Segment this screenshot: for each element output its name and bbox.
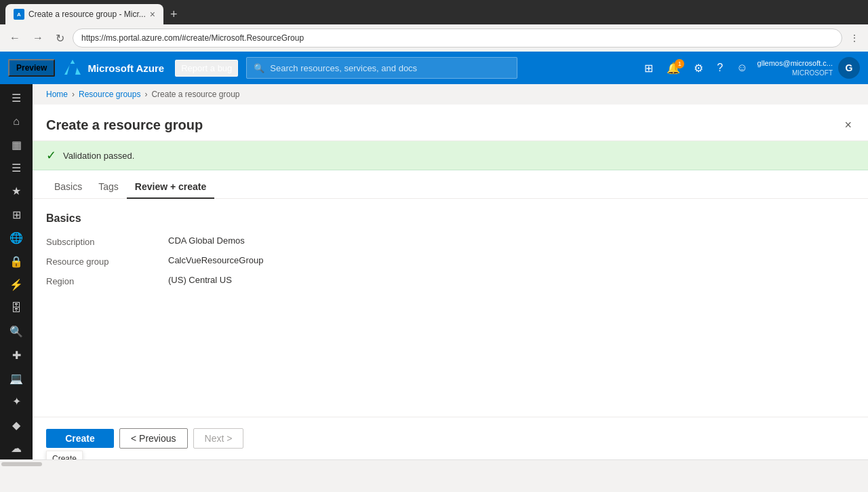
add-icon: ✚ [12,349,21,362]
settings-button[interactable]: ⚙ [690,59,707,77]
home-icon: ⌂ [13,115,20,128]
browser-tab[interactable]: A Create a resource group - Micr... × [5,4,163,24]
sidebar-item-add[interactable]: ✚ [0,344,33,366]
section-title: Basics [46,212,854,225]
browser-extensions: ⋮ [846,30,863,46]
panel-footer: Create Create < Previous Next > [33,417,868,459]
resource-group-value: CalcVueResourceGroup [168,255,263,265]
tab-close-button[interactable]: × [150,9,155,20]
scrollbar-thumb[interactable] [1,462,42,466]
preview-button[interactable]: Preview [8,59,55,77]
subscription-value: CDA Global Demos [168,235,245,246]
global-search[interactable]: 🔍 Search resources, services, and docs [246,57,517,79]
sidebar-item-lock[interactable]: 🔒 [0,250,33,272]
browser-tab-bar: A Create a resource group - Micr... × + [0,0,868,24]
diamond-icon: ◆ [12,419,20,432]
search-placeholder: Search resources, services, and docs [270,63,417,73]
create-tooltip: Create [46,451,83,459]
address-bar[interactable] [73,29,842,48]
sidebar-item-cloud[interactable]: ☁ [0,438,33,459]
allservices-icon: ☰ [12,162,21,174]
user-org: MICROSOFT [757,69,833,77]
user-name: gllemos@microsoft.c... [757,58,833,68]
sidebar-item-allservices[interactable]: ☰ [0,157,33,178]
user-avatar: G [838,57,860,79]
sidebar-item-diamond[interactable]: ◆ [0,414,33,436]
sidebar-item-home[interactable]: ⌂ [0,110,33,132]
monitor-icon: 💻 [9,372,23,385]
tab-title: Create a resource group - Micr... [28,10,146,19]
lightning-icon: ⚡ [9,278,23,291]
star-icon: ✦ [12,395,21,408]
browser-nav: ← → ↻ ⋮ [0,24,868,52]
panel-close-button[interactable]: × [842,115,854,135]
sidebar-item-search[interactable]: 🔍 [0,320,33,342]
sidebar-item-star[interactable]: ✦ [0,391,33,413]
form-content: Basics Subscription CDA Global Demos Res… [33,199,868,417]
azure-portal: Preview Microsoft Azure Report a bug 🔍 S… [0,52,868,468]
search2-icon: 🔍 [9,325,23,338]
user-account[interactable]: gllemos@microsoft.c... MICROSOFT G [757,57,860,79]
sidebar-expand[interactable]: ☰ [0,87,33,109]
validation-icon: ✓ [46,148,56,163]
breadcrumb-resource-groups[interactable]: Resource groups [79,90,140,99]
wizard-tabs: Basics Tags Review + create [33,176,868,199]
sidebar-item-monitor[interactable]: 💻 [0,367,33,389]
db-icon: 🗄 [11,302,22,314]
breadcrumb-home[interactable]: Home [46,90,68,99]
forward-button[interactable]: → [28,29,47,47]
topbar-right: ⊞ 🔔 1 ⚙ ? ☺ gllemos@microsoft.c... MICRO… [640,57,860,79]
region-value: (US) Central US [168,275,232,285]
sidebar: ☰ ⌂ ▦ ☰ ★ ⊞ 🌐 🔒 ⚡ [0,84,33,459]
help-button[interactable]: ? [713,59,727,77]
hamburger-icon: ☰ [12,92,21,105]
bottom-scrollbar [0,459,868,468]
field-region: Region (US) Central US [46,275,854,286]
topbar: Preview Microsoft Azure Report a bug 🔍 S… [0,52,868,84]
grid-icon: ⊞ [12,208,21,221]
search-icon: 🔍 [254,63,264,73]
breadcrumb-current: Create a resource group [151,90,239,99]
previous-button[interactable]: < Previous [119,428,188,449]
feedback-button[interactable]: ☺ [732,59,751,77]
sidebar-item-lightning[interactable]: ⚡ [0,274,33,296]
region-label: Region [46,275,168,286]
refresh-button[interactable]: ↻ [52,29,68,48]
breadcrumb-sep-2: › [144,90,147,99]
report-bug-button[interactable]: Report a bug [175,60,238,77]
subscription-label: Subscription [46,235,168,247]
sidebar-item-db[interactable]: 🗄 [0,297,33,319]
notification-badge: 1 [675,59,684,69]
azure-icon [63,58,82,77]
cloud-icon: ☁ [11,442,22,455]
validation-message: Validation passed. [63,151,134,161]
breadcrumb: Home › Resource groups › Create a resour… [33,84,868,105]
portal-logo-text: Microsoft Azure [87,62,164,74]
main-area: ☰ ⌂ ▦ ☰ ★ ⊞ 🌐 🔒 ⚡ [0,84,868,459]
next-button: Next > [193,428,244,449]
tab-review-create[interactable]: Review + create [127,176,214,199]
tab-basics[interactable]: Basics [46,176,90,199]
field-subscription: Subscription CDA Global Demos [46,235,854,247]
create-button[interactable]: Create [46,429,114,448]
lock-icon: 🔒 [9,255,23,268]
user-info: gllemos@microsoft.c... MICROSOFT [757,58,833,77]
cloud-shell-button[interactable]: ⊞ [640,59,657,77]
back-button[interactable]: ← [5,29,24,47]
extensions-button[interactable]: ⋮ [846,30,863,46]
create-resource-group-panel: Create a resource group × ✓ Validation p… [33,105,868,459]
favorites-icon: ★ [12,185,21,197]
validation-banner: ✓ Validation passed. [33,141,868,170]
sidebar-item-favorites[interactable]: ★ [0,181,33,202]
panel-title: Create a resource group [46,117,203,133]
tab-favicon: A [14,9,24,20]
sidebar-item-globe[interactable]: 🌐 [0,227,33,249]
new-tab-button[interactable]: + [166,4,182,24]
breadcrumb-sep-1: › [72,90,75,99]
content-area: Home › Resource groups › Create a resour… [33,84,868,459]
dashboard-icon: ▦ [12,138,22,151]
sidebar-item-dashboard[interactable]: ▦ [0,134,33,155]
sidebar-item-grid[interactable]: ⊞ [0,204,33,225]
notifications-button[interactable]: 🔔 1 [663,59,684,77]
tab-tags[interactable]: Tags [90,176,127,199]
